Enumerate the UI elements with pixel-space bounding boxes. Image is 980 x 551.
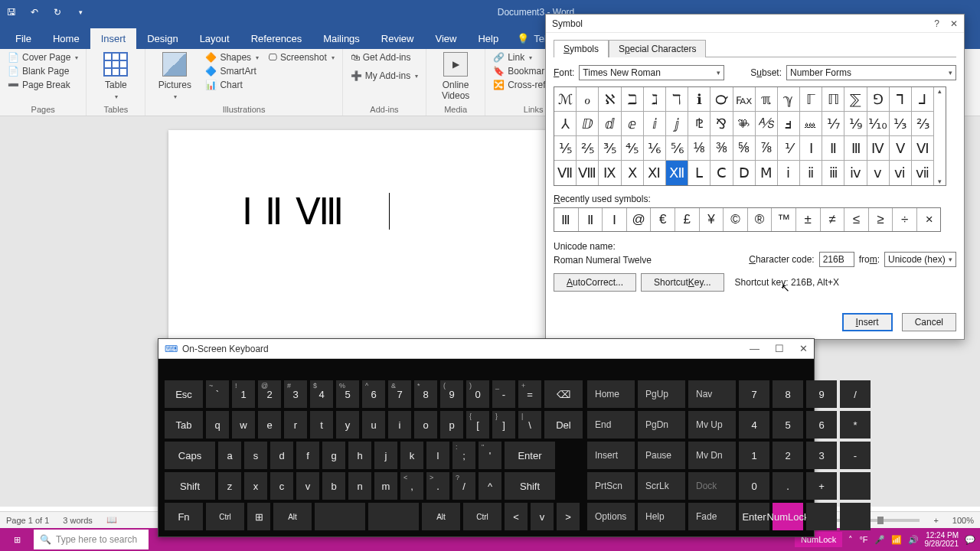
- tab-review[interactable]: Review: [371, 28, 425, 49]
- recent-symbol-cell[interactable]: Ⅲ: [554, 208, 579, 231]
- symbol-cell[interactable]: ⅵ: [890, 161, 912, 185]
- dialog-tab-special[interactable]: Special Characters: [609, 40, 706, 57]
- osk-key[interactable]: z: [218, 472, 241, 500]
- symbol-cell[interactable]: Ⅰ: [800, 136, 822, 161]
- get-addins-button[interactable]: 🛍 Get Add-ins: [351, 52, 418, 63]
- osk-key[interactable]: 4: [739, 411, 769, 439]
- osk-key[interactable]: ⊞: [247, 503, 270, 530]
- osk-key[interactable]: ^6: [362, 380, 385, 408]
- osk-key[interactable]: Help: [638, 503, 685, 530]
- osk-key[interactable]: k: [400, 442, 423, 469]
- osk-key[interactable]: .: [773, 472, 803, 500]
- osk-key[interactable]: %5: [336, 380, 359, 408]
- osk-key[interactable]: c: [270, 472, 293, 500]
- symbol-cell[interactable]: Ⅾ: [733, 161, 756, 185]
- osk-key[interactable]: <,: [400, 472, 423, 500]
- symbol-grid-scrollbar[interactable]: ▴▾: [934, 86, 946, 186]
- osk-key[interactable]: Shift: [165, 472, 215, 500]
- page-break-button[interactable]: ➖ Page Break: [8, 80, 78, 90]
- symbol-cell[interactable]: ℵ: [599, 87, 621, 112]
- osk-key[interactable]: [368, 503, 419, 530]
- osk-key[interactable]: Enter: [505, 442, 555, 469]
- recent-symbol-cell[interactable]: Ⅰ: [603, 208, 627, 231]
- tab-layout[interactable]: Layout: [189, 28, 240, 49]
- symbol-cell[interactable]: ⅃: [912, 87, 934, 112]
- osk-key[interactable]: Fade: [688, 503, 736, 530]
- osk-key[interactable]: Fn: [165, 503, 203, 530]
- osk-key[interactable]: Alt: [273, 503, 312, 530]
- osk-key[interactable]: Del: [544, 411, 583, 439]
- action-center-icon[interactable]: 💬: [965, 535, 975, 545]
- osk-close-icon[interactable]: ✕: [799, 343, 808, 354]
- screenshot-button[interactable]: 🖵 Screenshot: [268, 52, 335, 63]
- osk-maximize-icon[interactable]: ☐: [775, 343, 784, 354]
- symbol-cell[interactable]: ⅜: [710, 136, 733, 161]
- osk-key[interactable]: /: [840, 380, 871, 408]
- undo-icon[interactable]: ↶: [23, 0, 46, 24]
- osk-key[interactable]: r: [284, 411, 307, 439]
- symbol-cell[interactable]: ⅀: [844, 87, 867, 112]
- osk-key[interactable]: >.: [426, 472, 449, 500]
- symbol-cell[interactable]: ⅌: [733, 112, 756, 136]
- recent-symbol-cell[interactable]: ≥: [869, 208, 893, 231]
- tray-volume-icon[interactable]: 🔊: [908, 535, 919, 545]
- recent-symbol-cell[interactable]: ™: [772, 208, 796, 231]
- symbol-cell[interactable]: ℺: [710, 87, 733, 112]
- symbol-cell[interactable]: Ⅲ: [844, 136, 867, 161]
- symbol-cell[interactable]: Ⅻ: [666, 161, 688, 185]
- recent-symbol-cell[interactable]: @: [627, 208, 652, 231]
- osk-key[interactable]: +=: [518, 380, 541, 408]
- osk-key[interactable]: Mv Up: [688, 411, 736, 439]
- symbol-cell[interactable]: Ⅶ: [554, 161, 577, 185]
- symbol-cell[interactable]: Ⅵ: [912, 136, 934, 161]
- osk-key[interactable]: x: [244, 472, 267, 500]
- symbol-cell[interactable]: ⅴ: [867, 161, 890, 185]
- osk-key[interactable]: -: [840, 442, 871, 469]
- symbol-cell[interactable]: ℸ: [666, 87, 688, 112]
- recent-symbol-cell[interactable]: ®: [748, 208, 773, 231]
- recent-symbol-cell[interactable]: ¥: [700, 208, 724, 231]
- symbol-cell[interactable]: ⅔: [912, 112, 934, 136]
- osk-key[interactable]: +: [806, 472, 837, 500]
- symbol-cell[interactable]: ⅶ: [912, 161, 934, 185]
- osk-key[interactable]: <: [505, 503, 528, 530]
- osk-key[interactable]: d: [270, 442, 293, 469]
- symbol-cell[interactable]: ⅲ: [822, 161, 844, 185]
- osk-key[interactable]: ^: [479, 472, 501, 500]
- online-videos-button[interactable]: ▶ Online Videos: [434, 52, 477, 101]
- tray-chevron-icon[interactable]: ˄: [848, 535, 853, 545]
- symbol-cell[interactable]: ℶ: [622, 87, 644, 112]
- osk-key[interactable]: {[: [466, 411, 489, 439]
- symbol-cell[interactable]: Ⅳ: [867, 136, 890, 161]
- recent-symbol-cell[interactable]: ≤: [844, 208, 869, 231]
- osk-key[interactable]: Pause: [638, 442, 685, 469]
- symbol-cell[interactable]: ⅒: [867, 112, 890, 136]
- shortcut-key-button[interactable]: Shortcut Key...: [641, 273, 724, 292]
- osk-key[interactable]: Caps: [165, 442, 215, 469]
- osk-key[interactable]: 9: [806, 380, 837, 408]
- osk-key[interactable]: m: [374, 472, 397, 500]
- osk-key[interactable]: a: [218, 442, 241, 469]
- osk-key[interactable]: y: [336, 411, 359, 439]
- osk-key[interactable]: [315, 503, 365, 530]
- recent-symbol-cell[interactable]: ×: [917, 208, 942, 231]
- osk-key[interactable]: n: [348, 472, 371, 500]
- symbol-cell[interactable]: ⅄: [554, 112, 577, 136]
- tab-file[interactable]: File: [5, 28, 42, 49]
- status-words[interactable]: 3 words: [63, 516, 93, 525]
- osk-key[interactable]: f: [296, 442, 319, 469]
- symbol-cell[interactable]: ⅘: [622, 136, 644, 161]
- symbol-cell[interactable]: ⅉ: [666, 112, 688, 136]
- osk-key[interactable]: 6: [806, 411, 837, 439]
- pictures-button[interactable]: Pictures: [153, 52, 196, 100]
- symbol-cell[interactable]: ⅍: [756, 112, 778, 136]
- symbol-cell[interactable]: ℴ: [577, 87, 599, 112]
- osk-key[interactable]: ⌫: [544, 380, 583, 408]
- osk-key[interactable]: 3: [806, 442, 837, 469]
- dialog-help-icon[interactable]: ?: [934, 18, 939, 29]
- redo-icon[interactable]: ↻: [46, 0, 69, 24]
- symbol-cell[interactable]: Ⅱ: [822, 136, 844, 161]
- start-button[interactable]: ⊞: [0, 528, 34, 551]
- osk-key[interactable]: !1: [232, 380, 255, 408]
- osk-key[interactable]: j: [374, 442, 397, 469]
